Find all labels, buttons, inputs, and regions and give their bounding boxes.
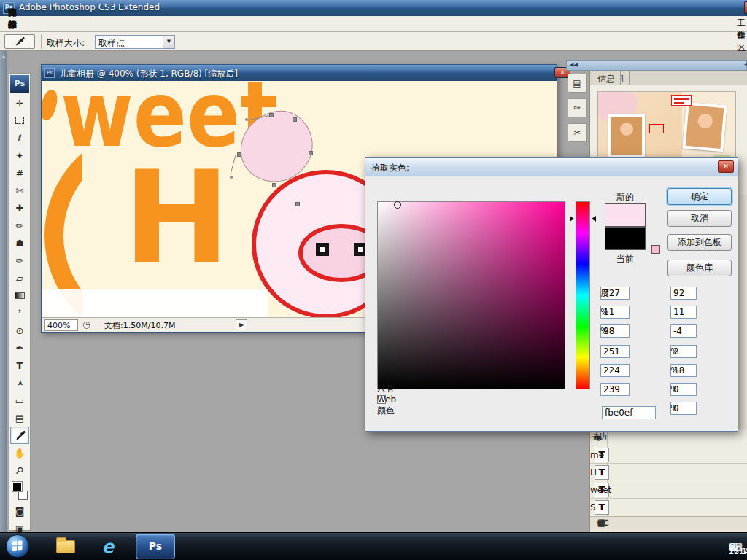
slice-tool[interactable]: ✄ xyxy=(10,182,29,199)
panel-close-icon[interactable]: ✕ xyxy=(744,61,747,68)
move-tool-icon: ✛ xyxy=(16,98,24,109)
flyout-arrow-icon: ▾ xyxy=(18,39,21,44)
hue-slider-marker-right[interactable] xyxy=(592,216,596,222)
layer-row-s[interactable]: ◉ T S xyxy=(590,499,747,516)
workspace-arrow-icon: ▼ xyxy=(737,32,740,38)
layer-name: H xyxy=(590,467,597,478)
gamut-cube-icon[interactable] xyxy=(651,245,660,254)
hand-tool[interactable]: ✋ xyxy=(10,444,29,462)
notes-tool[interactable]: ▤ xyxy=(10,409,29,427)
layer-name: weet xyxy=(590,485,611,495)
navigator-view-box[interactable] xyxy=(649,124,664,133)
thumbnail-photo xyxy=(608,114,645,158)
tool-presets-palette-button[interactable]: ▤ xyxy=(568,74,587,93)
document-title-bar[interactable]: Ps 儿童相册 @ 400% (形状 1, RGB/8) [缩放后] ─ ▢ ✕ xyxy=(42,65,557,81)
hue-slider[interactable] xyxy=(576,201,590,389)
move-tool[interactable]: ✛ xyxy=(10,94,29,112)
web-colors-only-label: 只有 Web 颜色 xyxy=(377,382,396,417)
blur-tool[interactable]: ❜ xyxy=(10,304,29,322)
options-separator xyxy=(41,34,42,49)
internet-explorer-button[interactable]: e xyxy=(93,537,123,557)
status-menu-button[interactable]: ▶ xyxy=(236,319,247,330)
color-libraries-button[interactable]: 颜色库 xyxy=(667,260,732,276)
delete-layer-icon[interactable]: ⌫ xyxy=(597,518,609,528)
zoom-level-field[interactable]: 400% xyxy=(44,319,78,331)
anchor-point[interactable] xyxy=(293,117,297,122)
red-input[interactable] xyxy=(600,345,630,358)
collapse-dock-icon[interactable]: ◀◀ xyxy=(570,62,578,68)
color-swatches[interactable] xyxy=(10,481,29,501)
clone-stamp-tool-icon: ☗ xyxy=(15,238,24,249)
tab-info[interactable]: 信息 xyxy=(592,71,621,85)
eyedropper-tool[interactable] xyxy=(10,427,29,444)
text-layer-thumbnail[interactable]: T xyxy=(595,500,609,515)
clone-stamp-tool[interactable]: ☗ xyxy=(10,234,29,252)
hue-slider-marker-left[interactable] xyxy=(570,216,574,222)
options-bar: ▾ 取样大小: 取样点 ▼ ▦ 工作区 ▼ xyxy=(0,32,747,51)
type-tool[interactable]: T xyxy=(10,357,29,374)
zoom-tool-icon: ⚲ xyxy=(13,464,26,476)
anchor-point[interactable] xyxy=(269,113,274,117)
pen-tool[interactable]: ✒ xyxy=(10,339,29,357)
brushes-icon: ✑ xyxy=(573,103,581,113)
lab-a-input[interactable] xyxy=(670,306,697,319)
tool-preset-button[interactable]: ▾ xyxy=(4,34,35,49)
quick-selection-tool[interactable]: ✦ xyxy=(10,147,29,164)
crop-tool[interactable]: # xyxy=(10,164,29,182)
explorer-button[interactable] xyxy=(51,537,80,557)
status-clock-icon: ◷ xyxy=(82,319,90,330)
color-field-marker[interactable] xyxy=(394,201,401,209)
current-color-swatch[interactable] xyxy=(605,227,646,250)
left-dock-strip[interactable]: » xyxy=(0,51,7,532)
green-input[interactable] xyxy=(600,364,630,377)
shape-tool[interactable]: ▭ xyxy=(10,392,29,409)
healing-brush-tool[interactable]: ✚ xyxy=(10,199,29,217)
pen-tool-icon: ✒ xyxy=(16,343,24,354)
clone-source-palette-button[interactable]: ✂ xyxy=(568,123,587,142)
dodge-tool[interactable]: ⊙ xyxy=(10,322,29,339)
tool-presets-icon: ▤ xyxy=(573,78,581,88)
path-selection-tool[interactable]: ➤ xyxy=(10,374,29,392)
marquee-tool[interactable] xyxy=(10,112,29,129)
lab-l-input[interactable] xyxy=(670,287,697,300)
clone-source-icon: ✂ xyxy=(573,128,581,138)
dialog-close-icon: ✕ xyxy=(723,163,729,170)
type-tool-icon: T xyxy=(17,360,23,371)
color-field[interactable] xyxy=(377,201,565,389)
zoom-tool[interactable]: ⚲ xyxy=(10,462,29,479)
foreground-color-swatch[interactable] xyxy=(12,481,23,492)
brushes-palette-button[interactable]: ✑ xyxy=(568,98,587,117)
saturation-unit: % xyxy=(600,307,608,317)
anchor-point[interactable] xyxy=(272,183,276,187)
quick-mask-button[interactable]: ◙ xyxy=(10,502,29,520)
brush-tool-icon: ✏ xyxy=(16,220,24,231)
layer-row-me[interactable]: ◉ T me xyxy=(590,446,747,464)
lasso-tool[interactable]: ℓ xyxy=(10,129,29,147)
photoshop-taskbar-button[interactable]: Ps xyxy=(136,534,175,559)
layer-row-h[interactable]: ◉ T H xyxy=(590,464,747,481)
bezier-handle-dot[interactable] xyxy=(230,176,233,179)
start-button[interactable] xyxy=(6,534,29,558)
lab-b-input[interactable] xyxy=(670,324,697,338)
current-color-label: 当前 xyxy=(605,253,646,265)
anchor-point[interactable] xyxy=(237,152,241,157)
eraser-tool[interactable]: ▱ xyxy=(10,269,29,287)
layer-row-weet[interactable]: ◉ T weet xyxy=(590,481,747,499)
effect-name: 描边 xyxy=(590,431,608,443)
bezier-handle-dot[interactable] xyxy=(245,118,248,121)
cancel-button[interactable]: 取消 xyxy=(667,210,732,227)
gradient-tool[interactable] xyxy=(10,287,29,304)
history-brush-tool[interactable]: ✑ xyxy=(10,252,29,269)
dialog-title-bar[interactable]: 拾取实色: ✕ xyxy=(365,158,738,176)
sample-size-dropdown[interactable]: 取样点 ▼ xyxy=(95,35,175,49)
close-button[interactable]: ✕ xyxy=(744,1,747,14)
blue-input[interactable] xyxy=(600,383,630,396)
brush-tool[interactable]: ✏ xyxy=(10,217,29,234)
hex-input[interactable] xyxy=(602,406,656,419)
anchor-point[interactable] xyxy=(295,202,300,206)
anchor-point[interactable] xyxy=(309,151,313,155)
add-to-swatches-button[interactable]: 添加到色板 xyxy=(667,234,732,251)
photoshop-window: Ps Adobe Photoshop CS3 Extended ─ ❐ ✕ 文件… xyxy=(0,0,747,560)
ok-button[interactable]: 确定 xyxy=(667,188,732,205)
dialog-close-button[interactable]: ✕ xyxy=(718,160,734,173)
